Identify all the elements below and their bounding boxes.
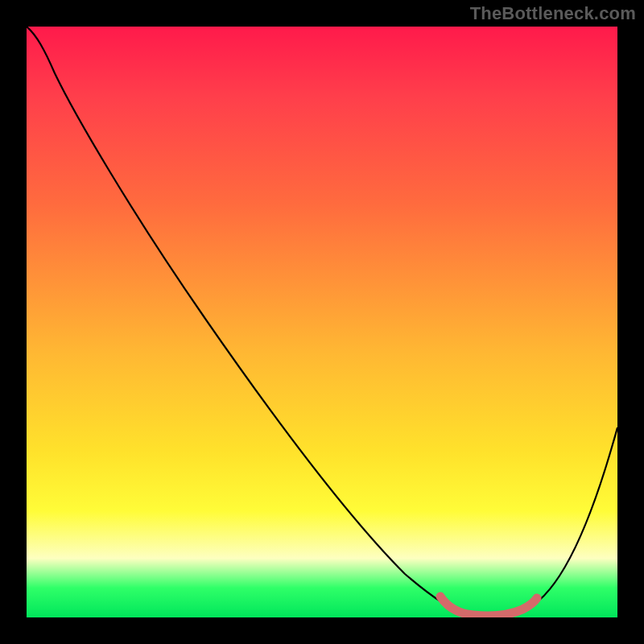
chart-frame: TheBottleneck.com	[0, 0, 644, 644]
plot-area	[27, 27, 617, 617]
bottleneck-curve-svg	[27, 27, 617, 617]
watermark-text: TheBottleneck.com	[470, 3, 636, 24]
bottleneck-curve-path	[27, 27, 617, 617]
optimal-range-marker	[440, 597, 537, 616]
